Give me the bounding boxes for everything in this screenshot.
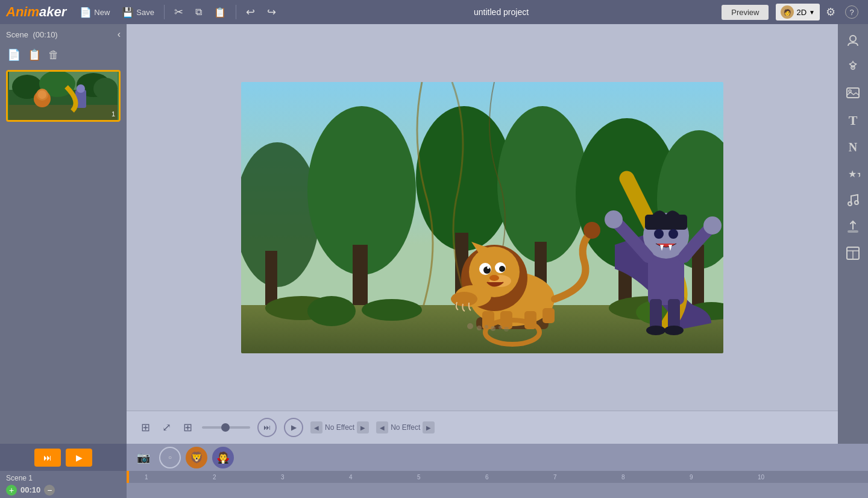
enter-text-button[interactable]: N <box>842 136 864 158</box>
svg-point-60 <box>703 216 722 235</box>
ruler-mark-6: 6 <box>485 474 553 481</box>
help-button[interactable]: ? <box>841 3 862 22</box>
play-all-button[interactable]: ▶ <box>66 449 92 467</box>
svg-point-74 <box>849 90 851 92</box>
text-tool-button[interactable]: T <box>842 110 864 131</box>
help-icon: ? <box>845 5 858 19</box>
effect-label-1: No Effect <box>325 423 354 432</box>
svg-point-45 <box>499 266 505 272</box>
ruler-mark-3: 3 <box>281 474 349 481</box>
char-icon-placeholder[interactable]: ○ <box>159 447 181 468</box>
template-tool-button[interactable] <box>842 242 864 264</box>
paste-button[interactable]: 📋 <box>209 4 231 20</box>
effects-tool-button[interactable]: ★★ <box>842 163 864 184</box>
play-icon: ▶ <box>291 423 297 432</box>
actual-size-button[interactable]: ⤢ <box>160 418 174 437</box>
delete-scene-button[interactable]: 🗑 <box>47 47 60 63</box>
effect2-next-button[interactable]: ▶ <box>423 421 435 433</box>
play-from-start-button[interactable]: ⏭ <box>34 449 61 467</box>
step-forward-icon: ⏭ <box>263 423 271 432</box>
add-time-button[interactable]: + <box>6 485 17 496</box>
remove-time-button[interactable]: − <box>44 485 55 496</box>
mode-selector[interactable]: 🧑 2D ▼ <box>776 4 820 20</box>
timeline-scene-info: Scene 1 + 00:10 − <box>0 471 127 498</box>
backgrounds-tool-button[interactable] <box>842 83 864 105</box>
project-title[interactable]: untitled project <box>283 7 719 17</box>
mode-avatar: 🧑 <box>781 5 794 19</box>
duplicate-scene-button[interactable]: 📋 <box>27 47 42 63</box>
ruler-mark-10: 10 <box>758 474 826 481</box>
zoom-slider[interactable] <box>202 426 250 429</box>
svg-point-11 <box>77 84 85 93</box>
canvas-frame[interactable] <box>241 82 723 353</box>
save-button[interactable]: 💾 Save <box>117 4 159 20</box>
cut-icon: ✂ <box>174 5 183 19</box>
svg-point-77 <box>855 201 858 204</box>
characters-tool-button[interactable] <box>842 30 864 52</box>
svg-point-70 <box>504 327 509 332</box>
upload-tool-button[interactable] <box>842 216 864 238</box>
svg-text:★★: ★★ <box>848 169 860 179</box>
svg-point-19 <box>497 106 588 263</box>
scene-thumbnail-1[interactable]: 1 <box>6 70 121 122</box>
scene-actions: 📄 📋 🗑 <box>0 45 127 68</box>
props-tool-button[interactable] <box>842 57 864 78</box>
timeline-controls-bar: ⊞ ⤢ ⊞ ⏭ ▶ ◀ <box>127 411 838 444</box>
svg-point-50 <box>451 292 477 306</box>
template-icon <box>846 246 860 260</box>
backgrounds-icon <box>846 87 860 101</box>
timeline-ruler: 1 2 3 4 5 6 7 8 9 10 <box>127 471 868 483</box>
effect-label-2: No Effect <box>391 423 420 432</box>
effect-next-button[interactable]: ▶ <box>357 421 369 433</box>
effect-prev-button[interactable]: ◀ <box>310 421 322 433</box>
collapse-panel-button[interactable]: ‹ <box>118 29 121 40</box>
undo-button[interactable]: ↩ <box>241 3 260 21</box>
svg-rect-78 <box>848 230 858 233</box>
step-forward-button[interactable]: ⏭ <box>257 418 277 437</box>
effect2-prev-button[interactable]: ◀ <box>376 421 388 433</box>
redo-icon: ↪ <box>267 5 276 19</box>
scene-preview-svg <box>8 72 119 120</box>
fit-to-screen-button[interactable]: ⊞ <box>139 418 153 437</box>
new-button[interactable]: 📄 New <box>75 4 115 20</box>
camera-track-icon[interactable]: 📷 <box>133 447 154 468</box>
enter-text-icon: N <box>849 140 857 154</box>
settings-button[interactable]: ⚙ <box>822 3 839 21</box>
canvas-container <box>127 24 838 411</box>
play-button[interactable]: ▶ <box>284 418 303 437</box>
svg-point-69 <box>498 326 502 329</box>
cut-button[interactable]: ✂ <box>169 3 188 21</box>
svg-point-27 <box>362 299 422 321</box>
svg-point-30 <box>307 296 356 326</box>
char-icon-vampire[interactable]: 🧛 <box>212 447 234 468</box>
text-tool-label: T <box>849 113 858 128</box>
preview-button[interactable]: Preview <box>722 5 769 20</box>
scene-duration: (00:10) <box>33 30 58 39</box>
svg-point-67 <box>485 325 488 329</box>
svg-rect-62 <box>668 299 680 329</box>
svg-point-59 <box>605 210 623 229</box>
char-icon-lion[interactable]: 🦁 <box>186 447 207 468</box>
playhead-top <box>127 471 129 483</box>
center-area: ⊞ ⤢ ⊞ ⏭ ▶ ◀ <box>127 24 838 444</box>
app-logo: Animaker <box>6 4 66 20</box>
svg-point-64 <box>664 326 684 335</box>
fit-icon: ⊞ <box>141 421 150 433</box>
separator-2 <box>236 5 236 19</box>
svg-point-65 <box>467 323 473 329</box>
scene-info-label: Scene 1 <box>6 474 33 482</box>
upload-icon <box>846 219 860 234</box>
paste-icon: 📋 <box>214 7 226 18</box>
redo-button[interactable]: ↪ <box>262 3 281 21</box>
effects-icon: ★★ <box>846 166 860 181</box>
grid-button[interactable]: ⊞ <box>181 418 195 437</box>
music-tool-button[interactable] <box>842 189 864 211</box>
zoom-thumb[interactable] <box>221 423 230 432</box>
settings-icon: ⚙ <box>826 6 835 18</box>
characters-icon <box>846 34 860 48</box>
copy-button[interactable]: ⧉ <box>190 4 207 20</box>
scene-title-text: Scene <box>6 30 28 39</box>
add-scene-button[interactable]: 📄 <box>6 47 22 63</box>
props-icon <box>846 60 860 75</box>
save-label: Save <box>136 8 154 17</box>
